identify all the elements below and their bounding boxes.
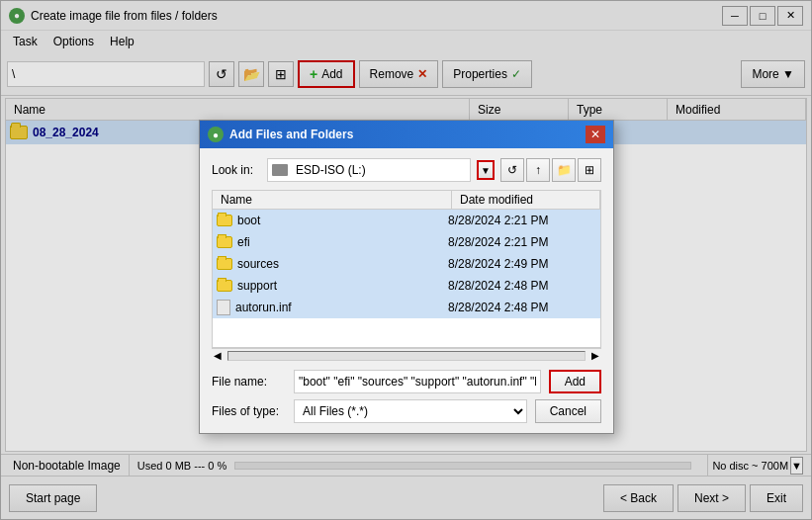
dialog-item-name: efi	[237, 235, 448, 249]
dialog-col-name-header[interactable]: Name	[213, 191, 452, 209]
look-in-row: Look in: ESD-ISO (L:) ▼ ↺ ↑ 📁 ⊞	[212, 158, 601, 182]
filename-row: File name: Add	[212, 370, 601, 393]
refresh-button[interactable]: ↺	[500, 158, 524, 182]
dialog-list-item[interactable]: efi 8/28/2024 2:21 PM	[213, 231, 600, 253]
dialog-file-header: Name Date modified	[213, 191, 600, 210]
folder-icon	[217, 236, 232, 248]
look-in-value: ESD-ISO (L:)	[296, 163, 466, 177]
dialog-item-name: boot	[237, 214, 448, 227]
filename-input[interactable]	[294, 370, 541, 393]
dialog-title-icon: ●	[208, 127, 224, 142]
add-files-dialog: ● Add Files and Folders ✕ Look in: ESD-I…	[199, 120, 614, 434]
look-in-combo[interactable]: ESD-ISO (L:)	[267, 158, 471, 182]
scroll-track[interactable]	[227, 351, 586, 361]
dialog-list-item[interactable]: autorun.inf 8/28/2024 2:48 PM	[213, 297, 600, 318]
dialog-title-text: Add Files and Folders	[229, 128, 586, 141]
scroll-right-button[interactable]: ▶	[589, 350, 601, 361]
modal-overlay: ● Add Files and Folders ✕ Look in: ESD-I…	[1, 1, 811, 519]
look-in-label: Look in:	[212, 163, 261, 177]
dialog-cancel-button[interactable]: Cancel	[535, 399, 601, 423]
dialog-list-item[interactable]: support 8/28/2024 2:48 PM	[213, 275, 600, 297]
horizontal-scrollbar[interactable]: ◀ ▶	[212, 348, 601, 362]
dialog-close-button[interactable]: ✕	[586, 126, 605, 143]
dialog-item-name: sources	[237, 257, 448, 271]
file-icon	[217, 300, 230, 315]
dialog-file-list[interactable]: Name Date modified boot 8/28/2024 2:21 P…	[212, 190, 601, 348]
main-window: ● Create image file from files / folders…	[0, 0, 812, 520]
dialog-item-name: support	[237, 279, 448, 293]
look-in-dropdown-button[interactable]: ▼	[477, 160, 495, 180]
up-button[interactable]: ↑	[526, 158, 550, 182]
dialog-item-date: 8/28/2024 2:48 PM	[448, 301, 596, 314]
filetype-row: Files of type: All Files (*.*) Cancel	[212, 399, 601, 423]
dialog-list-item[interactable]: sources 8/28/2024 2:49 PM	[213, 253, 600, 275]
look-in-nav-buttons: ↺ ↑ 📁 ⊞	[500, 158, 601, 182]
filename-label: File name:	[212, 375, 286, 389]
folder-icon	[217, 215, 232, 226]
dialog-add-button[interactable]: Add	[549, 370, 601, 393]
filetype-label: Files of type:	[212, 404, 286, 418]
dialog-title-bar: ● Add Files and Folders ✕	[200, 121, 613, 148]
dialog-item-date: 8/28/2024 2:49 PM	[448, 257, 596, 271]
dialog-body: Look in: ESD-ISO (L:) ▼ ↺ ↑ 📁 ⊞	[200, 148, 613, 433]
dialog-item-date: 8/28/2024 2:21 PM	[448, 214, 596, 227]
dialog-list-item[interactable]: boot 8/28/2024 2:21 PM	[213, 210, 600, 231]
dialog-item-date: 8/28/2024 2:21 PM	[448, 235, 596, 249]
folder-icon	[217, 280, 232, 292]
dialog-col-date-header[interactable]: Date modified	[452, 191, 600, 209]
folder-icon	[217, 258, 232, 270]
view-button[interactable]: ⊞	[578, 158, 601, 182]
dialog-item-name: autorun.inf	[235, 301, 448, 314]
new-folder-button[interactable]: 📁	[552, 158, 576, 182]
scroll-left-button[interactable]: ◀	[212, 350, 224, 361]
dialog-item-date: 8/28/2024 2:48 PM	[448, 279, 596, 293]
disk-drive-icon	[272, 164, 288, 176]
filetype-select[interactable]: All Files (*.*)	[294, 399, 527, 423]
